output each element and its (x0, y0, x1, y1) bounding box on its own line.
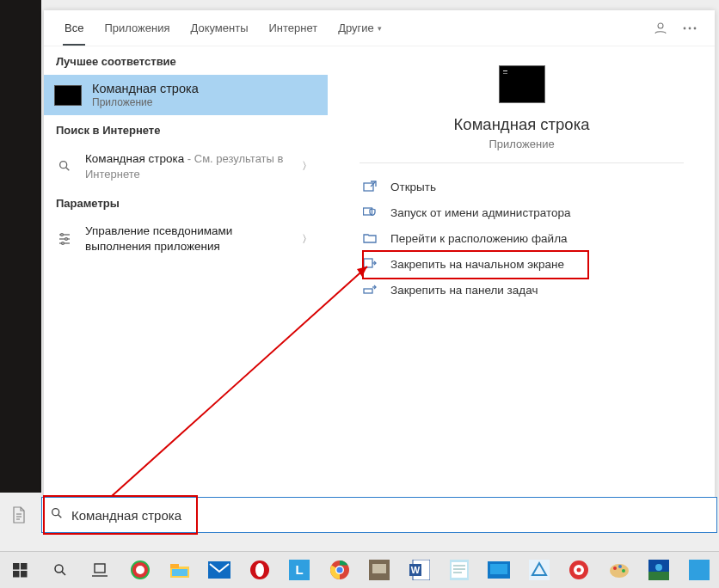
svg-rect-36 (170, 564, 179, 568)
task-view-button[interactable] (80, 552, 120, 589)
taskbar-app-opera[interactable] (240, 552, 280, 589)
taskbar-search-button[interactable] (40, 552, 79, 589)
detail-subtitle: Приложение (360, 138, 684, 150)
taskbar-app-screen[interactable] (479, 552, 519, 589)
action-run-as-admin[interactable]: Запуск от имени администратора (329, 199, 715, 225)
action-open[interactable]: Открыть (329, 174, 715, 199)
detail-title: Командная строка (360, 115, 684, 134)
svg-text:W: W (410, 565, 420, 575)
document-icon[interactable] (7, 502, 31, 528)
tab-apps[interactable]: Приложения (94, 11, 180, 46)
svg-line-23 (58, 515, 62, 518)
section-best-match: Лучшее соответствие (44, 46, 328, 75)
start-button[interactable] (0, 552, 40, 589)
search-icon (54, 156, 75, 176)
cmd-thumb-icon (54, 85, 82, 106)
action-pin-start[interactable]: Закрепить на начальном экране (329, 251, 715, 277)
taskbar-app-word[interactable]: W (399, 552, 439, 589)
svg-point-34 (136, 566, 144, 574)
svg-rect-26 (13, 571, 20, 578)
tab-more[interactable]: Другие▾ (328, 11, 392, 46)
taskbar-app-device[interactable] (360, 552, 399, 589)
action-open-location[interactable]: Перейти к расположению файла (329, 225, 715, 251)
action-pin-taskbar[interactable]: Закрепить на панели задач (329, 277, 715, 303)
svg-rect-52 (452, 562, 467, 578)
cmd-large-icon (499, 65, 545, 103)
result-web-cmd[interactable]: Командная строка - См. результаты в Инте… (44, 144, 328, 188)
result-settings-alias[interactable]: Управление псевдонимами выполнения прило… (44, 217, 328, 261)
taskbar-app-mail[interactable] (200, 552, 239, 589)
svg-rect-69 (648, 572, 669, 580)
pin-taskbar-icon (361, 283, 378, 297)
svg-rect-25 (21, 563, 28, 570)
section-web: Поиск в Интернете (44, 115, 328, 144)
svg-rect-57 (490, 564, 507, 574)
svg-point-68 (655, 564, 662, 571)
tab-documents[interactable]: Документы (180, 11, 258, 46)
svg-point-66 (622, 569, 625, 573)
folder-location-icon (361, 231, 378, 245)
taskbar-app-notepad[interactable] (439, 552, 479, 589)
svg-rect-70 (689, 560, 710, 580)
taskbar-app-other[interactable] (679, 552, 718, 589)
svg-text:L: L (296, 562, 304, 577)
svg-rect-17 (364, 289, 372, 293)
svg-point-40 (255, 563, 264, 577)
taskbar-app-l[interactable]: L (280, 552, 319, 589)
svg-rect-12 (364, 183, 373, 191)
svg-point-11 (62, 242, 65, 245)
svg-point-65 (618, 565, 622, 568)
search-icon (42, 506, 71, 524)
search-input[interactable] (71, 508, 716, 523)
feedback-icon[interactable] (646, 14, 675, 43)
open-icon (361, 180, 378, 193)
search-results-column: Лучшее соответствие Командная строка При… (44, 46, 328, 500)
taskbar-app-explorer[interactable] (160, 552, 200, 589)
result-best-cmd[interactable]: Командная строка Приложение (44, 75, 328, 115)
svg-line-5 (66, 168, 70, 171)
start-search-panel: Все Приложения Документы Интернет Другие… (44, 10, 715, 500)
svg-point-62 (577, 568, 581, 573)
settings-list-icon (54, 229, 75, 249)
section-settings: Параметры (44, 188, 328, 217)
svg-point-64 (613, 567, 617, 570)
pin-start-icon (361, 257, 378, 271)
more-icon[interactable] (675, 14, 704, 43)
svg-point-0 (658, 23, 663, 28)
admin-shield-icon (361, 205, 378, 219)
svg-rect-47 (372, 564, 386, 573)
chevron-down-icon: ▾ (378, 24, 382, 33)
svg-rect-24 (13, 563, 20, 570)
svg-point-1 (684, 27, 686, 29)
taskbar-app-photos[interactable] (639, 552, 679, 589)
desktop-backdrop (0, 0, 41, 493)
svg-point-22 (52, 509, 59, 516)
svg-point-10 (65, 238, 68, 241)
taskbar-app-opera-corp[interactable] (120, 552, 159, 589)
taskbar-app-paint[interactable] (599, 552, 639, 589)
svg-point-4 (60, 162, 67, 168)
svg-rect-15 (364, 259, 372, 267)
search-tab-bar: Все Приложения Документы Интернет Другие… (44, 10, 715, 46)
svg-rect-37 (172, 569, 187, 576)
svg-point-9 (61, 234, 64, 236)
svg-point-45 (336, 567, 342, 573)
svg-point-28 (55, 565, 63, 573)
tab-all[interactable]: Все (54, 11, 94, 46)
svg-rect-38 (208, 561, 230, 579)
detail-pane: Командная строка Приложение Открыть Запу… (328, 46, 715, 500)
svg-line-29 (62, 572, 65, 575)
svg-point-3 (694, 27, 697, 29)
chevron-right-icon: 〉 (297, 159, 317, 174)
svg-rect-30 (95, 564, 105, 573)
taskbar-search-box[interactable] (41, 497, 717, 533)
svg-point-2 (689, 27, 691, 29)
taskbar-app-recycle[interactable] (519, 552, 559, 589)
taskbar-app-movavi[interactable] (559, 552, 599, 589)
svg-rect-27 (21, 571, 28, 578)
chevron-right-icon: 〉 (297, 232, 317, 247)
taskbar-app-chrome[interactable] (320, 552, 360, 589)
taskbar: L W (0, 551, 719, 588)
tab-internet[interactable]: Интернет (258, 11, 328, 46)
